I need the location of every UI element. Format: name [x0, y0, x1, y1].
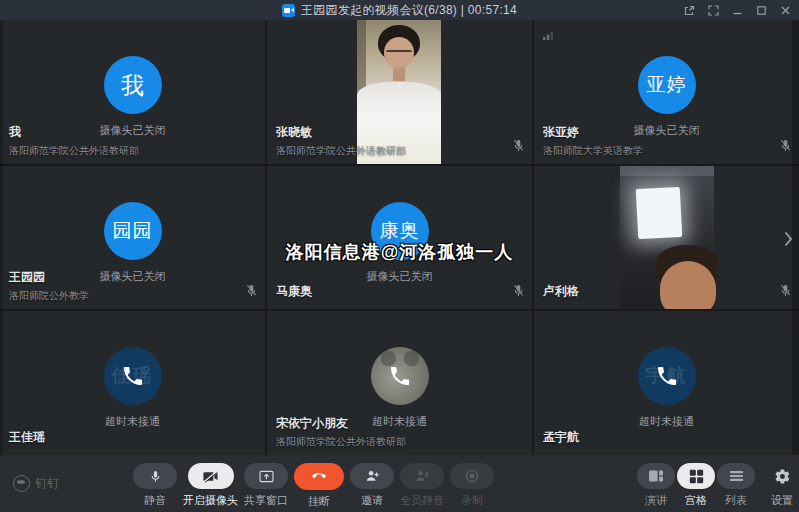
fullscreen-icon[interactable]	[707, 4, 719, 16]
video-bright-screen	[636, 187, 683, 239]
minimize-icon[interactable]	[731, 4, 743, 16]
avatar: 亚婷	[638, 56, 696, 114]
tile-video-1[interactable]: 张晓敏 洛阳师范学院公共外语教研部	[267, 20, 532, 164]
mic-icon	[149, 469, 162, 484]
speaker-view-icon	[648, 469, 664, 483]
tile-phone-3[interactable]: 宇航 超时未接通 孟宇航	[534, 311, 799, 455]
hangup-phone-icon	[310, 468, 328, 486]
participant-org: 洛阳师院大学英语教学	[543, 144, 643, 158]
calling-circle: 佳瑶	[104, 347, 162, 405]
mute-button[interactable]: 静音	[133, 463, 177, 508]
participant-name: 卢利格	[543, 283, 579, 300]
camera-off-icon	[202, 470, 219, 483]
participant-name: 张亚婷	[543, 124, 643, 141]
participant-grid: 我 摄像头已关闭 我 洛阳师范学院公共外语教研部 张晓敏	[0, 20, 799, 455]
grid-view-icon	[689, 469, 704, 484]
share-window-icon	[259, 470, 274, 483]
close-icon[interactable]	[779, 4, 791, 16]
dingtalk-logo-label: 钉钉	[35, 475, 59, 492]
camera-off-status: 摄像头已关闭	[267, 269, 532, 284]
calling-circle: 宇航	[638, 347, 696, 405]
participant-grid-stage: 我 摄像头已关闭 我 洛阳师范学院公共外语教研部 张晓敏	[0, 20, 799, 455]
view-list-button[interactable]: 列表	[717, 463, 755, 508]
participant-name: 我	[9, 124, 139, 141]
record-icon	[464, 468, 480, 484]
dingtalk-logo-icon	[13, 475, 30, 492]
signal-icon	[542, 27, 554, 45]
tile-self[interactable]: 我 摄像头已关闭 我 洛阳师范学院公共外语教研部	[0, 20, 265, 164]
next-page-chevron-icon[interactable]	[780, 224, 796, 254]
tile-participant-5[interactable]: 康奥 洛阳信息港@河洛孤独一人 摄像头已关闭 马康奥	[267, 166, 532, 310]
view-mode-switch: 演讲 宫格 列表	[635, 463, 755, 508]
maximize-icon[interactable]	[755, 4, 767, 16]
muted-mic-icon	[513, 283, 524, 301]
tile-phone-1[interactable]: 佳瑶 超时未接通 王佳瑶	[0, 311, 265, 455]
watermark-text: 洛阳信息港@河洛孤独一人	[286, 240, 514, 264]
camera-toggle-button[interactable]: 开启摄像头	[183, 463, 238, 508]
muted-mic-icon	[513, 138, 524, 156]
dingtalk-logo: 钉钉	[13, 455, 59, 512]
participant-org: 洛阳师范学院公共外语教研部	[276, 144, 406, 158]
muted-mic-icon	[246, 283, 257, 301]
popout-window-icon[interactable]	[683, 4, 695, 16]
share-window-button[interactable]: 共享窗口	[244, 463, 288, 508]
muted-mic-icon	[780, 138, 791, 156]
video-face	[660, 261, 716, 309]
tile-participant-3[interactable]: 亚婷 摄像头已关闭 张亚婷 洛阳师院大学英语教学	[534, 20, 799, 164]
participant-name: 宋依宁小朋友	[276, 415, 406, 432]
video-glasses	[386, 50, 412, 56]
gear-icon	[774, 468, 791, 485]
muted-mic-icon	[780, 283, 791, 301]
participant-name: 张晓敏	[276, 124, 406, 141]
participant-name: 王园园	[9, 269, 89, 286]
list-view-icon	[729, 470, 744, 482]
meeting-app-icon	[282, 4, 295, 17]
left-edge-shade	[0, 20, 3, 455]
hangup-button[interactable]: 挂断	[294, 463, 344, 509]
timeout-status: 超时未接通	[534, 414, 799, 429]
view-speaker-button[interactable]: 演讲	[637, 463, 675, 508]
meeting-window: 王园园发起的视频会议(6/38) | 00:57:14	[0, 0, 799, 512]
tile-participant-4[interactable]: 园园 摄像头已关闭 王园园 洛阳师院公外教学	[0, 166, 265, 310]
mute-all-icon	[415, 469, 430, 483]
participant-name: 王佳瑶	[9, 429, 45, 446]
window-title: 王园园发起的视频会议(6/38) | 00:57:14	[301, 2, 517, 19]
record-button[interactable]: 录制	[450, 463, 494, 508]
phone-icon	[388, 364, 412, 388]
toolbar-buttons: 静音 开启摄像头 共享窗口 挂断	[130, 463, 497, 509]
participant-org: 洛阳师范学院公共外语教研部	[276, 435, 406, 449]
phone-icon	[121, 364, 145, 388]
tile-video-2[interactable]: 卢利格	[534, 166, 799, 310]
mute-all-button[interactable]: 全员静音	[400, 463, 444, 508]
phone-icon	[655, 364, 679, 388]
avatar: 园园	[104, 202, 162, 260]
timeout-status: 超时未接通	[0, 414, 265, 429]
participant-org: 洛阳师院公外教学	[9, 289, 89, 303]
tile-phone-2[interactable]: 超时未接通 宋依宁小朋友 洛阳师范学院公共外语教研部	[267, 311, 532, 455]
toolbar: 钉钉 静音 开启摄像头 共享窗口	[0, 455, 799, 512]
view-grid-button[interactable]: 宫格	[677, 463, 715, 508]
invite-button[interactable]: 邀请	[350, 463, 394, 508]
video-feed	[620, 166, 714, 310]
invite-person-icon	[365, 469, 380, 483]
avatar: 我	[104, 56, 162, 114]
participant-name: 孟宇航	[543, 429, 579, 446]
participant-org: 洛阳师范学院公共外语教研部	[9, 144, 139, 158]
participant-name: 马康奥	[276, 283, 312, 300]
titlebar: 王园园发起的视频会议(6/38) | 00:57:14	[0, 0, 799, 20]
calling-circle-avatar	[371, 347, 429, 405]
video-ceiling	[620, 166, 714, 176]
settings-button[interactable]: 设置	[771, 463, 793, 508]
window-controls	[683, 0, 791, 20]
